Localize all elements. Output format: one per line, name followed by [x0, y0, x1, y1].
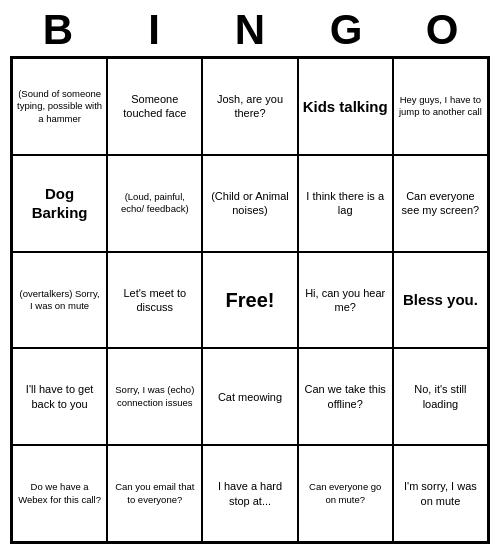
bingo-cell-16: Sorry, I was (echo) connection issues: [107, 348, 202, 445]
bingo-cell-14: Bless you.: [393, 252, 488, 349]
bingo-cell-18: Can we take this offline?: [298, 348, 393, 445]
header-letter-b: B: [14, 6, 102, 54]
bingo-cell-1: Someone touched face: [107, 58, 202, 155]
bingo-cell-19: No, it's still loading: [393, 348, 488, 445]
bingo-cell-23: Can everyone go on mute?: [298, 445, 393, 542]
bingo-cell-17: Cat meowing: [202, 348, 297, 445]
bingo-cell-6: (Loud, painful, echo/ feedback): [107, 155, 202, 252]
bingo-cell-22: I have a hard stop at...: [202, 445, 297, 542]
bingo-cell-13: Hi, can you hear me?: [298, 252, 393, 349]
header-letter-o: O: [398, 6, 486, 54]
bingo-cell-8: I think there is a lag: [298, 155, 393, 252]
bingo-cell-24: I'm sorry, I was on mute: [393, 445, 488, 542]
bingo-cell-5: Dog Barking: [12, 155, 107, 252]
bingo-grid: (Sound of someone typing, possible with …: [10, 56, 490, 544]
bingo-cell-21: Can you email that to everyone?: [107, 445, 202, 542]
bingo-cell-12: Free!: [202, 252, 297, 349]
bingo-cell-20: Do we have a Webex for this call?: [12, 445, 107, 542]
header-letter-i: I: [110, 6, 198, 54]
bingo-cell-15: I'll have to get back to you: [12, 348, 107, 445]
bingo-header: BINGO: [10, 0, 490, 56]
bingo-cell-3: Kids talking: [298, 58, 393, 155]
bingo-cell-7: (Child or Animal noises): [202, 155, 297, 252]
bingo-cell-4: Hey guys, I have to jump to another call: [393, 58, 488, 155]
bingo-cell-0: (Sound of someone typing, possible with …: [12, 58, 107, 155]
bingo-cell-2: Josh, are you there?: [202, 58, 297, 155]
bingo-cell-10: (overtalkers) Sorry, I was on mute: [12, 252, 107, 349]
bingo-cell-11: Let's meet to discuss: [107, 252, 202, 349]
bingo-cell-9: Can everyone see my screen?: [393, 155, 488, 252]
header-letter-g: G: [302, 6, 390, 54]
header-letter-n: N: [206, 6, 294, 54]
